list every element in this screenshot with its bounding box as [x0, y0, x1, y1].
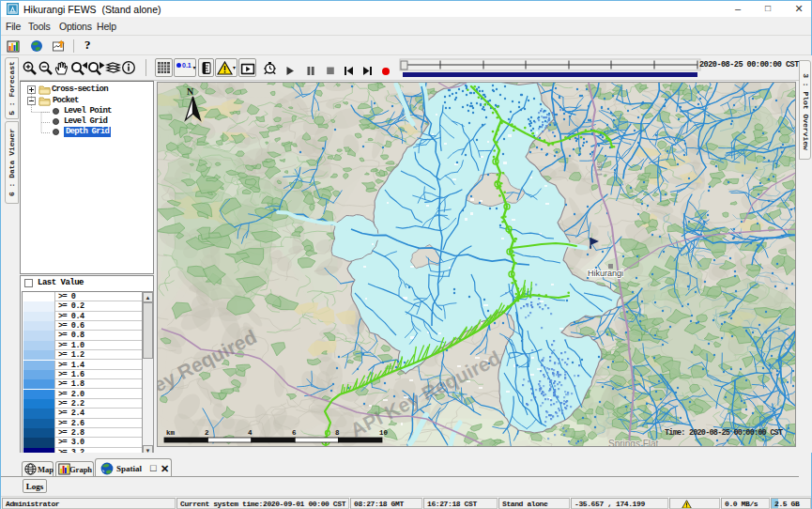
svg-text:2: 2	[205, 429, 209, 437]
svg-text:Time: 2020-08-25 00:00:00 CST: Time: 2020-08-25 00:00:00 CST	[665, 428, 783, 438]
svg-text:10: 10	[379, 429, 389, 437]
svg-text:km: km	[166, 429, 176, 437]
svg-text:SH 1: SH 1	[596, 162, 603, 177]
svg-text:8: 8	[335, 429, 340, 437]
svg-text:5 : Forecast: 5 : Forecast	[8, 61, 16, 116]
svg-text:6: 6	[292, 429, 297, 437]
svg-text:4: 4	[248, 429, 253, 437]
svg-text:3 : Plot Overview: 3 : Plot Overview	[802, 73, 810, 150]
svg-text:Springs Flat: Springs Flat	[608, 439, 659, 447]
svg-text:6 : Data Viewer: 6 : Data Viewer	[8, 129, 16, 196]
svg-text:N: N	[187, 86, 194, 97]
svg-text:Hikurangi: Hikurangi	[588, 269, 623, 278]
